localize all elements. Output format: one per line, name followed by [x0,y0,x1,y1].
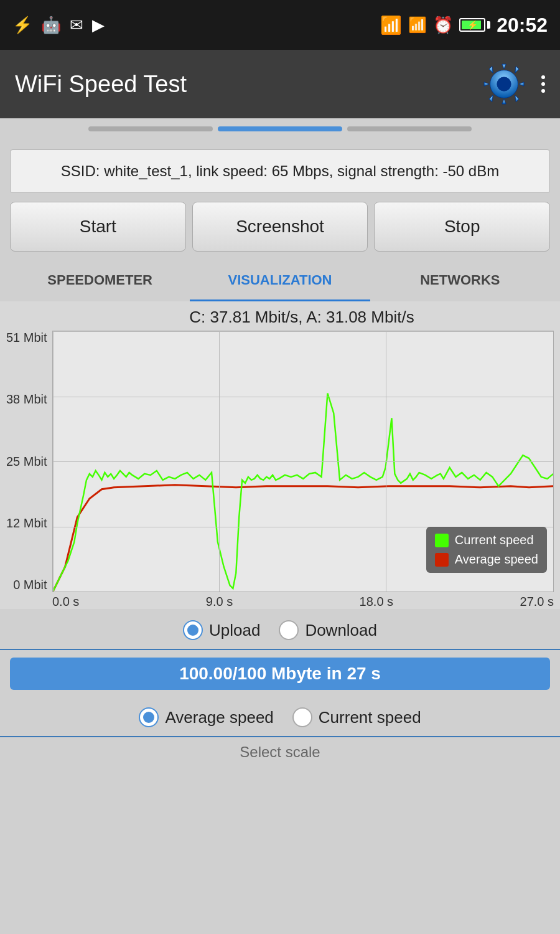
tab-visualization[interactable]: VISUALIZATION [190,260,370,301]
chart-header: C: 37.81 Mbit/s, A: 31.08 Mbit/s [6,308,554,327]
current-speed-radio[interactable] [292,707,312,727]
upload-label: Upload [209,621,260,640]
status-icons-right: 📶 📶 ⏰ ⚡ 20:52 [380,14,548,37]
current-speed-label: Current speed [319,708,421,727]
y-label-0: 0 Mbit [13,578,47,592]
average-speed-label: Average speed [165,708,273,727]
app-bar-right [479,59,545,109]
y-label-51: 51 Mbit [6,331,47,345]
progress-section: 100.00/100 Mbyte in 27 s [0,650,560,699]
more-options-icon[interactable] [541,75,545,93]
mail-icon: ✉ [70,16,83,35]
battery-bolt: ⚡ [467,20,478,30]
grid-v-1 [53,331,54,592]
stop-button[interactable]: Stop [374,202,550,252]
tab-speedometer[interactable]: SPEEDOMETER [10,260,190,301]
chart-legend: Current speed Average speed [426,527,547,573]
alarm-icon: ⏰ [433,16,453,35]
transfer-type-row: Upload Download [0,611,560,649]
ssid-info: SSID: white_test_1, link speed: 65 Mbps,… [10,149,550,193]
download-radio[interactable] [279,620,299,640]
page-indicator-2[interactable] [218,126,342,131]
grid-h-1 [53,331,553,332]
legend-current-label: Current speed [455,533,534,547]
android-icon: 🤖 [41,16,61,35]
select-scale-row[interactable]: Select scale [0,737,560,767]
svg-point-1 [497,77,511,91]
grid-v-4 [553,331,554,592]
chart-wrapper: 51 Mbit 38 Mbit 25 Mbit 12 Mbit 0 Mbit [6,331,554,592]
current-speed-option[interactable]: Current speed [292,707,421,727]
grid-h-3 [53,461,553,462]
average-speed-radio[interactable] [139,707,159,727]
page-indicator-3[interactable] [347,126,472,131]
speed-option-row: Average speed Current speed [0,699,560,736]
status-bar: ⚡ 🤖 ✉ ▶ 📶 📶 ⏰ ⚡ 20:52 [0,0,560,50]
chart-container: C: 37.81 Mbit/s, A: 31.08 Mbit/s 51 Mbit… [0,301,560,609]
app-title: WiFi Speed Test [15,71,187,98]
gear-icon[interactable] [479,59,529,109]
grid-h-2 [53,397,553,397]
upload-radio[interactable] [183,620,203,640]
y-label-12: 12 Mbit [6,516,47,531]
progress-bar: 100.00/100 Mbyte in 27 s [10,658,550,690]
x-label-27: 27.0 s [520,595,554,609]
upload-option[interactable]: Upload [183,620,260,640]
battery-icon: ⚡ [459,18,490,32]
page-indicator-1[interactable] [88,126,213,131]
signal-icon: 📶 [408,16,427,34]
nav-tabs: SPEEDOMETER VISUALIZATION NETWORKS [10,260,550,301]
status-time: 20:52 [497,14,548,37]
play-icon: ▶ [92,16,105,35]
download-option[interactable]: Download [279,620,377,640]
grid-v-3 [386,331,386,592]
select-scale-text[interactable]: Select scale [10,743,550,761]
usb-icon: ⚡ [12,16,32,35]
legend-average: Average speed [435,552,538,567]
buttons-row: Start Screenshot Stop [10,202,550,252]
grid-h-5 [53,592,553,592]
legend-current: Current speed [435,533,538,547]
x-label-0: 0.0 s [52,595,79,609]
status-icons-left: ⚡ 🤖 ✉ ▶ [12,16,105,35]
legend-average-color [435,553,449,567]
x-axis: 0.0 s 9.0 s 18.0 s 27.0 s [6,595,554,609]
x-label-9: 9.0 s [206,595,233,609]
start-button[interactable]: Start [10,202,186,252]
average-speed-option[interactable]: Average speed [139,707,273,727]
wifi-icon: 📶 [380,15,402,35]
page-indicator [0,118,560,139]
legend-current-color [435,534,449,547]
y-axis: 51 Mbit 38 Mbit 25 Mbit 12 Mbit 0 Mbit [6,331,52,592]
screenshot-button[interactable]: Screenshot [192,202,368,252]
progress-text: 100.00/100 Mbyte in 27 s [179,664,381,684]
upload-radio-inner [187,625,198,636]
legend-average-label: Average speed [455,552,538,567]
ssid-text: SSID: white_test_1, link speed: 65 Mbps,… [61,163,499,179]
download-label: Download [305,621,377,640]
main-content: SSID: white_test_1, link speed: 65 Mbps,… [0,139,560,301]
y-label-38: 38 Mbit [6,392,47,407]
x-label-18: 18.0 s [360,595,393,609]
app-bar: WiFi Speed Test [0,50,560,118]
grid-v-2 [219,331,220,592]
chart-area: Current speed Average speed [52,331,554,592]
average-speed-radio-inner [143,712,154,723]
y-label-25: 25 Mbit [6,455,47,469]
tab-networks[interactable]: NETWORKS [370,260,550,301]
